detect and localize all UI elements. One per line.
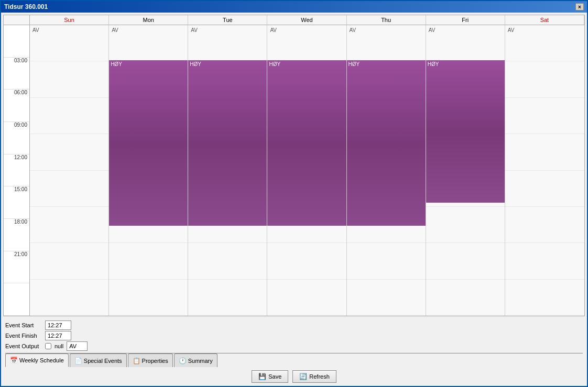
time-grid: 03:00 06:00 09:00 12:00 15:00 18:00 21:0… — [4, 25, 584, 316]
tabs-row: 📅 Weekly Schedule 📄 Special Events 📋 Pro… — [5, 353, 583, 367]
day-column-sat[interactable]: AV — [505, 25, 584, 316]
clock-icon: 🕐 — [179, 357, 187, 364]
hoy-label-mon: HØY — [111, 61, 122, 67]
hoy-label-fri: HØY — [428, 61, 439, 67]
day-column-sun[interactable]: AV — [30, 25, 109, 316]
time-label-0 — [4, 25, 29, 58]
day-header-sat: Sat — [505, 15, 584, 25]
av-label-sun: AV — [31, 26, 41, 34]
tab-weekly-label: Weekly Schedule — [19, 357, 64, 363]
event-finish-input[interactable] — [45, 331, 71, 340]
calendar-grid: Sun Mon Tue Wed Thu Fri Sat 03:00 06:00 … — [3, 15, 585, 316]
day-column-thu[interactable]: AV HØY — [347, 25, 426, 316]
title-bar: Tidsur 360.001 × — [1, 1, 587, 13]
calendar-section: Sun Mon Tue Wed Thu Fri Sat 03:00 06:00 … — [1, 13, 587, 318]
buttons-row: 💾 Save 🔄 Refresh — [5, 367, 583, 386]
av-label-fri: AV — [427, 26, 437, 34]
day-headers: Sun Mon Tue Wed Thu Fri Sat — [4, 15, 584, 25]
tab-summary[interactable]: 🕐 Summary — [174, 353, 217, 367]
main-window: Tidsur 360.001 × Sun Mon Tue Wed Thu Fri… — [0, 0, 588, 387]
refresh-label: Refresh — [309, 373, 330, 380]
event-start-label: Event Start — [5, 322, 42, 328]
grid-lines-sat — [505, 25, 584, 316]
av-label-sat: AV — [506, 26, 516, 34]
hoy-block-fri: HØY — [426, 60, 505, 203]
time-label-3: 03:00 — [4, 58, 29, 90]
day-header-wed: Wed — [267, 15, 346, 25]
hoy-label-thu: HØY — [349, 61, 360, 67]
refresh-button[interactable]: 🔄 Refresh — [292, 370, 336, 383]
content-area: Sun Mon Tue Wed Thu Fri Sat 03:00 06:00 … — [1, 13, 587, 386]
day-header-thu: Thu — [347, 15, 426, 25]
time-label-9: 09:00 — [4, 122, 29, 154]
hoy-label-wed: HØY — [269, 61, 280, 67]
tab-special-events[interactable]: 📄 Special Events — [70, 353, 127, 367]
event-output-input[interactable] — [67, 341, 88, 351]
day-column-tue[interactable]: AV HØY — [188, 25, 267, 316]
null-label: null — [55, 343, 63, 349]
time-labels: 03:00 06:00 09:00 12:00 15:00 18:00 21:0… — [4, 25, 30, 316]
tab-properties-label: Properties — [142, 358, 168, 364]
event-output-row: Event Output null — [5, 341, 583, 351]
time-label-12: 12:00 — [4, 154, 29, 187]
save-icon: 💾 — [258, 373, 266, 380]
hoy-label-tue: HØY — [190, 61, 201, 67]
calendar-icon: 📅 — [10, 357, 18, 364]
save-label: Save — [268, 373, 281, 380]
time-label-21: 21:00 — [4, 251, 29, 284]
event-finish-row: Event Finish — [5, 331, 583, 340]
hoy-block-mon: HØY — [109, 60, 188, 226]
tab-weekly-schedule[interactable]: 📅 Weekly Schedule — [5, 353, 69, 367]
time-label-6: 06:00 — [4, 90, 29, 122]
refresh-icon: 🔄 — [299, 373, 307, 380]
time-label-15: 15:00 — [4, 186, 29, 219]
document-icon: 📄 — [74, 357, 82, 364]
null-checkbox[interactable] — [45, 343, 51, 349]
event-start-input[interactable] — [45, 320, 71, 330]
hoy-block-tue: HØY — [188, 60, 267, 226]
av-label-thu: AV — [348, 26, 358, 34]
time-label-end — [4, 283, 29, 316]
time-label-18: 18:00 — [4, 219, 29, 251]
day-column-wed[interactable]: AV HØY — [267, 25, 346, 316]
event-output-label: Event Output — [5, 343, 42, 349]
day-header-mon: Mon — [109, 15, 188, 25]
save-button[interactable]: 💾 Save — [252, 370, 288, 383]
event-finish-label: Event Finish — [5, 333, 42, 339]
close-button[interactable]: × — [575, 3, 584, 10]
window-title: Tidsur 360.001 — [4, 3, 48, 10]
hoy-block-wed: HØY — [267, 60, 346, 226]
grid-lines-sun — [30, 25, 108, 316]
day-column-fri[interactable]: AV HØY — [426, 25, 505, 316]
day-column-mon[interactable]: AV HØY — [109, 25, 188, 316]
properties-icon: 📋 — [133, 357, 140, 364]
event-fields: Event Start Event Finish Event Output nu… — [5, 320, 583, 351]
av-label-tue: AV — [189, 26, 199, 34]
day-header-sun: Sun — [30, 15, 109, 25]
av-label-mon: AV — [110, 26, 120, 34]
bottom-section: Event Start Event Finish Event Output nu… — [1, 318, 587, 386]
hoy-block-thu: HØY — [347, 60, 426, 226]
event-start-row: Event Start — [5, 320, 583, 330]
tab-properties[interactable]: 📋 Properties — [128, 353, 173, 367]
tab-special-label: Special Events — [84, 358, 122, 364]
day-header-tue: Tue — [188, 15, 267, 25]
tab-summary-label: Summary — [188, 358, 213, 364]
av-label-wed: AV — [268, 26, 278, 34]
day-header-fri: Fri — [426, 15, 505, 25]
